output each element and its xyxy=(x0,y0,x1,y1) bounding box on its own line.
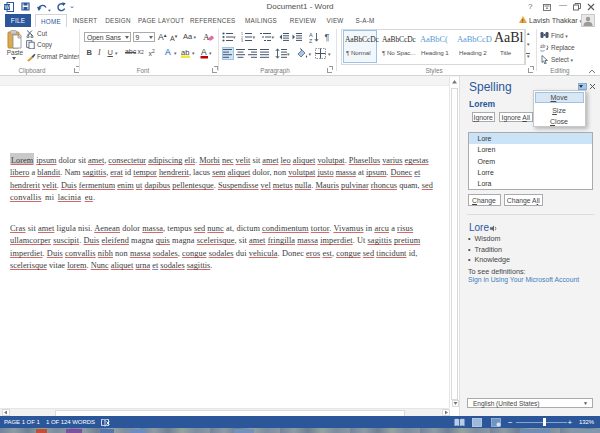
svg-text:ab: ab xyxy=(181,48,189,57)
svg-text:ac: ac xyxy=(540,48,545,53)
svg-text:A: A xyxy=(201,47,207,57)
svg-text:A: A xyxy=(203,32,210,42)
svg-text:3: 3 xyxy=(241,39,243,42)
svg-text:W: W xyxy=(4,4,10,10)
svg-text:Z: Z xyxy=(309,37,313,43)
